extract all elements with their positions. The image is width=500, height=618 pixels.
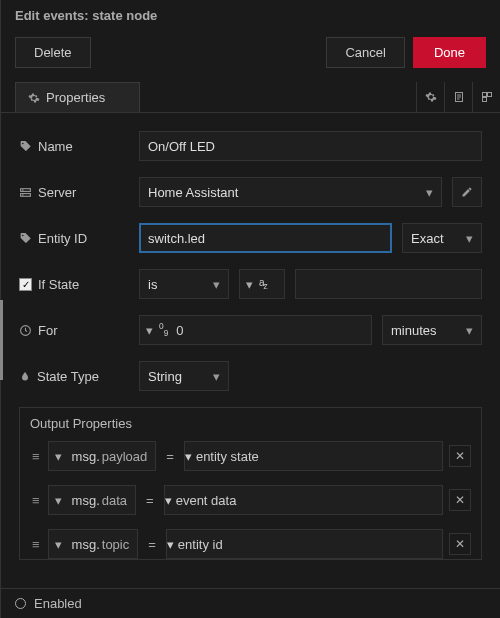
output-value-select[interactable]: ▾ event data	[164, 485, 443, 515]
equals-label: =	[144, 537, 160, 552]
if-state-label: If State	[38, 277, 79, 292]
toggle-indicator-icon	[15, 598, 26, 609]
for-value-input[interactable]: ▾ 09 0	[139, 315, 372, 345]
node-appearance-button[interactable]	[472, 82, 500, 112]
output-row: ≡ ▾ msg. payload = ▾ entity state ✕	[30, 441, 471, 471]
if-state-type-select[interactable]: ▾ az	[239, 269, 285, 299]
output-properties-legend: Output Properties	[30, 416, 471, 431]
enabled-toggle[interactable]: Enabled	[1, 588, 500, 618]
output-prop-input[interactable]: ▾ msg. data	[48, 485, 136, 515]
svg-point-10	[23, 194, 24, 195]
chevron-down-icon: ▾	[240, 277, 259, 292]
chevron-down-icon: ▾	[466, 231, 473, 246]
server-edit-button[interactable]	[452, 177, 482, 207]
entity-id-label: Entity ID	[38, 231, 87, 246]
svg-rect-4	[482, 93, 486, 97]
enabled-label: Enabled	[34, 596, 82, 611]
state-type-label: State Type	[37, 369, 99, 384]
document-icon	[453, 91, 465, 103]
entity-match-select[interactable]: Exact ▾	[402, 223, 482, 253]
chevron-down-icon: ▾	[167, 537, 174, 552]
remove-output-button[interactable]: ✕	[449, 445, 471, 467]
string-type-icon: az	[259, 277, 267, 291]
remove-output-button[interactable]: ✕	[449, 489, 471, 511]
chevron-down-icon: ▾	[49, 493, 68, 508]
if-state-op-select[interactable]: is ▾	[139, 269, 229, 299]
close-icon: ✕	[455, 537, 465, 551]
chevron-down-icon: ▾	[185, 449, 192, 464]
grid-icon	[481, 91, 493, 103]
svg-rect-5	[487, 93, 491, 97]
close-icon: ✕	[455, 449, 465, 463]
node-settings-button[interactable]	[416, 82, 444, 112]
output-row: ≡ ▾ msg. data = ▾ event data ✕	[30, 485, 471, 515]
name-label: Name	[38, 139, 73, 154]
cancel-button[interactable]: Cancel	[326, 37, 404, 68]
scroll-indicator	[0, 300, 3, 380]
tab-label: Properties	[46, 90, 105, 105]
done-button[interactable]: Done	[413, 37, 486, 68]
svg-point-9	[23, 189, 24, 190]
delete-button[interactable]: Delete	[15, 37, 91, 68]
node-description-button[interactable]	[444, 82, 472, 112]
close-icon: ✕	[455, 493, 465, 507]
output-prop-input[interactable]: ▾ msg. topic	[48, 529, 139, 559]
equals-label: =	[162, 449, 178, 464]
chevron-down-icon: ▾	[213, 369, 220, 384]
number-type-icon: 09	[159, 321, 168, 338]
drag-handle-icon[interactable]: ≡	[30, 537, 42, 552]
entity-id-input[interactable]	[139, 223, 392, 253]
state-type-select[interactable]: String ▾	[139, 361, 229, 391]
server-label: Server	[38, 185, 76, 200]
tag-icon	[19, 232, 32, 245]
chevron-down-icon: ▾	[426, 185, 433, 200]
svg-rect-6	[482, 98, 486, 102]
chevron-down-icon: ▾	[49, 537, 68, 552]
if-state-value-input[interactable]	[295, 269, 482, 299]
for-units-select[interactable]: minutes ▾	[382, 315, 482, 345]
output-value-select[interactable]: ▾ entity id	[166, 529, 443, 559]
chevron-down-icon: ▾	[140, 323, 159, 338]
panel-title: Edit events: state node	[1, 0, 500, 29]
chevron-down-icon: ▾	[165, 493, 172, 508]
chevron-down-icon: ▾	[213, 277, 220, 292]
output-properties-group: Output Properties ≡ ▾ msg. payload = ▾ e…	[19, 407, 482, 560]
equals-label: =	[142, 493, 158, 508]
drag-handle-icon[interactable]: ≡	[30, 449, 42, 464]
gear-icon	[28, 92, 40, 104]
server-select[interactable]: Home Assistant ▾	[139, 177, 442, 207]
output-row: ≡ ▾ msg. topic = ▾ entity id ✕	[30, 529, 471, 559]
clock-icon	[19, 324, 32, 337]
for-label: For	[38, 323, 58, 338]
pencil-icon	[461, 186, 473, 198]
drag-handle-icon[interactable]: ≡	[30, 493, 42, 508]
tab-properties[interactable]: Properties	[15, 82, 140, 112]
if-state-checkbox[interactable]: ✓	[19, 278, 32, 291]
gear-icon	[425, 91, 437, 103]
drop-icon	[19, 370, 31, 383]
output-value-select[interactable]: ▾ entity state	[184, 441, 443, 471]
tag-icon	[19, 140, 32, 153]
name-input[interactable]	[139, 131, 482, 161]
server-icon	[19, 186, 32, 199]
chevron-down-icon: ▾	[49, 449, 68, 464]
chevron-down-icon: ▾	[466, 323, 473, 338]
output-prop-input[interactable]: ▾ msg. payload	[48, 441, 157, 471]
remove-output-button[interactable]: ✕	[449, 533, 471, 555]
